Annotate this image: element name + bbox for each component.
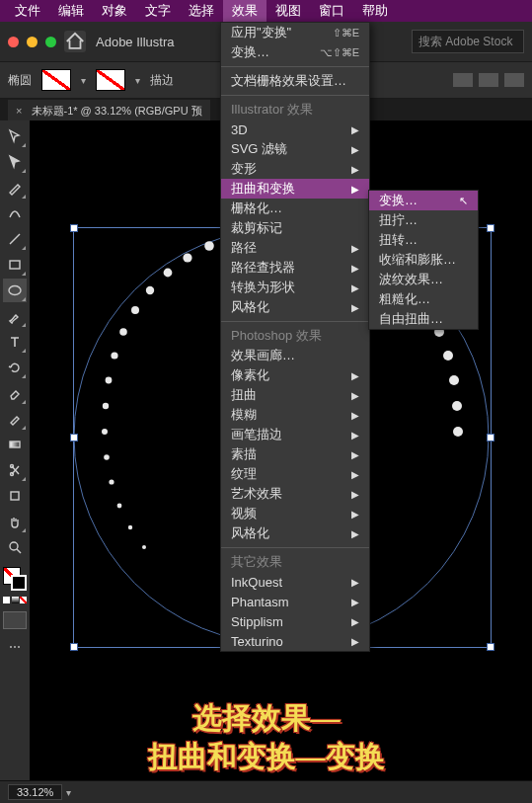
menu-select[interactable]: 选择	[180, 0, 223, 22]
selection-tool[interactable]	[3, 124, 27, 148]
chevron-down-icon[interactable]: ▾	[81, 75, 86, 86]
tab-title: 未标题-1* @ 33.12% (RGB/GPU 预	[32, 105, 202, 117]
submenu-zigzag[interactable]: 波纹效果…	[369, 270, 478, 289]
hand-tool[interactable]	[3, 510, 27, 533]
app-name: Adobe Illustra	[96, 35, 175, 49]
close-icon[interactable]: ×	[16, 105, 22, 117]
menu-stylize-ps[interactable]: 风格化▶	[221, 523, 369, 543]
ellipse-tool[interactable]	[3, 279, 27, 302]
direct-selection-tool[interactable]	[3, 150, 27, 174]
rotate-tool[interactable]	[3, 356, 27, 379]
eraser-tool[interactable]	[3, 381, 27, 405]
zoom-tool[interactable]	[3, 535, 27, 559]
menu-effect-gallery[interactable]: 效果画廊…	[221, 346, 369, 365]
menu-artistic[interactable]: 艺术效果▶	[221, 484, 369, 504]
menu-doc-raster[interactable]: 文档栅格效果设置…	[221, 71, 369, 91]
scissors-tool[interactable]	[3, 458, 27, 482]
document-tab[interactable]: × 未标题-1* @ 33.12% (RGB/GPU 预	[8, 100, 210, 122]
zoom-level[interactable]: 33.12%	[8, 784, 62, 800]
menu-header-other: 其它效果	[221, 552, 369, 572]
menu-stylize-ai[interactable]: 风格化▶	[221, 297, 369, 317]
submenu-free-distort[interactable]: 自由扭曲…	[369, 309, 478, 329]
chevron-down-icon[interactable]: ▾	[66, 787, 71, 798]
menu-object[interactable]: 对象	[93, 0, 136, 22]
chevron-down-icon[interactable]: ▾	[135, 75, 140, 86]
svg-point-6	[10, 542, 18, 550]
align-icon[interactable]	[479, 73, 498, 87]
menu-path[interactable]: 路径▶	[221, 238, 369, 258]
menu-distort-ps[interactable]: 扭曲▶	[221, 385, 369, 405]
eyedropper-tool[interactable]	[3, 407, 27, 431]
menu-apply-last[interactable]: 应用"变换"⇧⌘E	[221, 23, 369, 42]
submenu-tweak[interactable]: 扭拧…	[369, 210, 478, 230]
menu-svg-filters[interactable]: SVG 滤镜▶	[221, 139, 369, 159]
menu-phantasm[interactable]: Phantasm▶	[221, 592, 369, 611]
type-tool[interactable]	[3, 330, 27, 354]
menu-help[interactable]: 帮助	[353, 0, 397, 22]
menu-stipplism[interactable]: Stipplism▶	[221, 611, 369, 631]
svg-rect-5	[11, 492, 19, 500]
menu-effect[interactable]: 效果	[223, 0, 266, 22]
menu-pixelate[interactable]: 像素化▶	[221, 365, 369, 385]
menubar: 文件 编辑 对象 文字 选择 效果 视图 窗口 帮助	[0, 0, 532, 22]
screen-mode-button[interactable]	[3, 611, 27, 629]
menu-sketch[interactable]: 素描▶	[221, 444, 369, 464]
tool-panel: ⋯	[0, 120, 31, 781]
line-tool[interactable]	[3, 227, 27, 251]
menu-texture[interactable]: 纹理▶	[221, 464, 369, 484]
menu-video[interactable]: 视频▶	[221, 504, 369, 523]
menu-warp[interactable]: 变形▶	[221, 159, 369, 179]
menu-pathfinder[interactable]: 路径查找器▶	[221, 258, 369, 278]
menu-view[interactable]: 视图	[266, 0, 310, 22]
artboard-tool[interactable]	[3, 484, 27, 508]
effect-dropdown: 应用"变换"⇧⌘E 变换…⌥⇧⌘E 文档栅格效果设置… Illustrator …	[220, 22, 370, 652]
status-bar: 33.12% ▾	[0, 780, 532, 803]
fill-stroke-control[interactable]	[3, 567, 27, 591]
menu-file[interactable]: 文件	[6, 0, 49, 22]
edit-toolbar-button[interactable]: ⋯	[3, 635, 27, 659]
menu-window[interactable]: 窗口	[310, 0, 353, 22]
menu-type[interactable]: 文字	[136, 0, 180, 22]
brush-tool[interactable]	[3, 304, 27, 328]
menu-edit[interactable]: 编辑	[49, 0, 93, 22]
submenu-twist[interactable]: 扭转…	[369, 230, 478, 250]
submenu-pucker-bloat[interactable]: 收缩和膨胀…	[369, 250, 478, 270]
window-min-dot[interactable]	[27, 37, 38, 47]
color-mode-row[interactable]	[3, 597, 27, 603]
menu-blur[interactable]: 模糊▶	[221, 405, 369, 425]
stroke-label: 描边	[150, 72, 174, 89]
shape-label: 椭圆	[8, 72, 32, 89]
align-icon[interactable]	[453, 73, 473, 87]
menu-brush-strokes[interactable]: 画笔描边▶	[221, 425, 369, 444]
window-close-dot[interactable]	[8, 37, 19, 47]
fill-swatch[interactable]	[41, 69, 71, 91]
submenu-transform[interactable]: 变换…↖	[369, 191, 478, 210]
menu-last-effect[interactable]: 变换…⌥⇧⌘E	[221, 42, 369, 62]
svg-rect-0	[10, 261, 20, 269]
home-button[interactable]	[64, 31, 86, 52]
gradient-tool[interactable]	[3, 433, 27, 456]
menu-convert-shape[interactable]: 转换为形状▶	[221, 278, 369, 297]
menu-distort-transform[interactable]: 扭曲和变换▶	[221, 179, 369, 199]
submenu-roughen[interactable]: 粗糙化…	[369, 289, 478, 309]
menu-header-ps: Photoshop 效果	[221, 326, 369, 346]
stroke-swatch[interactable]	[96, 69, 125, 91]
curvature-tool[interactable]	[3, 201, 27, 225]
pen-tool[interactable]	[3, 176, 27, 200]
options-icon[interactable]	[504, 73, 524, 87]
svg-rect-2	[10, 442, 20, 447]
menu-rasterize[interactable]: 栅格化…	[221, 199, 369, 218]
menu-texturino[interactable]: Texturino▶	[221, 631, 369, 651]
menu-header-ai: Illustrator 效果	[221, 100, 369, 120]
distort-transform-submenu: 变换…↖ 扭拧… 扭转… 收缩和膨胀… 波纹效果… 粗糙化… 自由扭曲…	[368, 190, 479, 330]
menu-inkquest[interactable]: InkQuest▶	[221, 572, 369, 592]
window-max-dot[interactable]	[45, 37, 56, 47]
rectangle-tool[interactable]	[3, 253, 27, 277]
menu-3d[interactable]: 3D▶	[221, 120, 369, 139]
search-input[interactable]: 搜索 Adobe Stock	[412, 30, 524, 53]
menu-crop-marks[interactable]: 裁剪标记	[221, 218, 369, 238]
svg-point-1	[9, 286, 21, 295]
